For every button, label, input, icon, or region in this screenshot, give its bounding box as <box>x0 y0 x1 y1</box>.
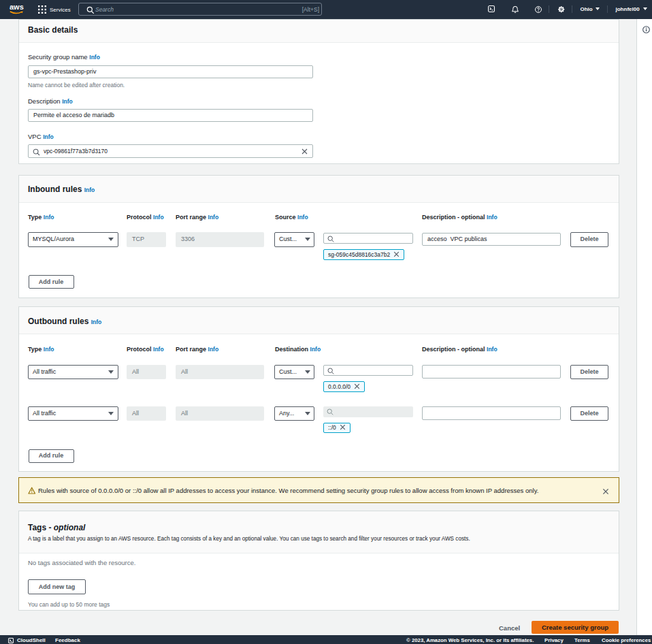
svg-text:aws: aws <box>10 3 24 11</box>
